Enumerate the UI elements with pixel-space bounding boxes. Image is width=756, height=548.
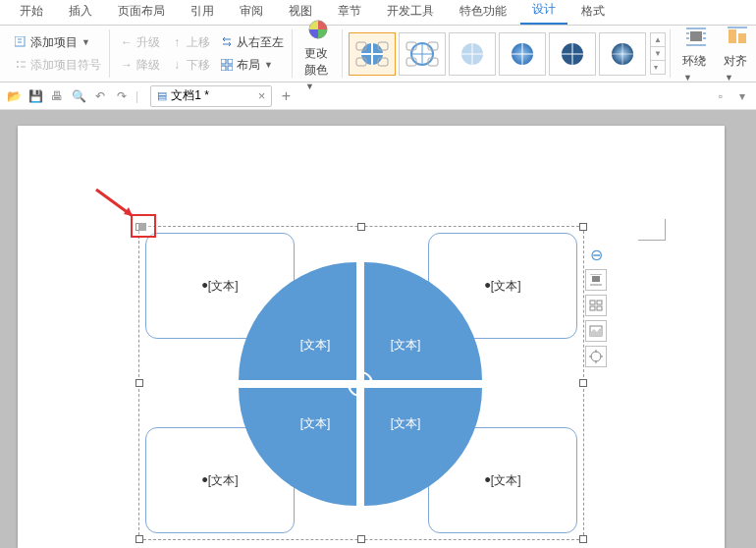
ribbon-group-level: ←升级 ↑上移 从右至左 →降级 ↓下移 布局▼ [112, 29, 293, 78]
tab-format[interactable]: 格式 [569, 0, 617, 25]
tab-special[interactable]: 特色功能 [448, 0, 518, 25]
ribbon-group-items: 添加项目▼ 添加项目符号 [6, 29, 110, 78]
tab-start[interactable]: 开始 [8, 0, 55, 25]
wrap-button[interactable]: 环绕▼ [676, 22, 716, 85]
qat-open-icon[interactable]: 📂 [6, 88, 22, 104]
qat-undo-icon[interactable]: ↶ [92, 88, 108, 104]
tab-view[interactable]: 视图 [277, 0, 324, 25]
movedown-button[interactable]: ↓下移 [166, 55, 214, 76]
demote-button[interactable]: →降级 [116, 55, 164, 76]
add-item-button[interactable]: 添加项目▼ [10, 32, 105, 53]
arrow-down-icon: ↓ [170, 58, 184, 72]
text-placeholder: [文本] [300, 337, 331, 354]
resize-handle[interactable] [135, 535, 143, 543]
panel-style-button[interactable] [585, 346, 607, 367]
tab-dev[interactable]: 开发工具 [375, 0, 446, 25]
tab-layout[interactable]: 页面布局 [106, 0, 177, 25]
tab-design[interactable]: 设计 [520, 0, 567, 25]
change-color-button[interactable]: 更改颜色▼ [298, 14, 338, 94]
svg-rect-38 [690, 31, 702, 41]
style-4[interactable] [499, 32, 546, 76]
panel-minus-button[interactable]: ⊖ [585, 244, 607, 265]
resize-handle[interactable] [579, 223, 587, 231]
style-1[interactable] [349, 32, 396, 76]
layout-icon [220, 58, 234, 72]
dropdown-icon: ▼ [81, 37, 90, 47]
style-5[interactable] [549, 32, 596, 76]
text-placeholder: [文本] [491, 278, 521, 295]
canvas-area: • [文本] • [文本] • [文本] • [文本] [文本] [文本] [文… [0, 110, 756, 548]
dropdown-icon: ▼ [264, 60, 273, 70]
gallery-more-button[interactable]: ▾ [651, 61, 665, 74]
new-tab-button[interactable]: + [278, 88, 294, 104]
resize-handle[interactable] [135, 379, 143, 387]
text-placeholder: [文本] [491, 472, 521, 489]
svg-rect-62 [597, 306, 602, 310]
document-tab[interactable]: ▤文档1 * × [150, 85, 272, 107]
align-button[interactable]: 对齐▼ [718, 22, 756, 85]
qat-close-icon[interactable]: ▾ [734, 88, 750, 104]
resize-handle[interactable] [357, 223, 365, 231]
align-icon [724, 24, 751, 51]
moveup-button[interactable]: ↑上移 [166, 32, 214, 53]
qat-preview-icon[interactable]: 🔍 [71, 88, 86, 104]
svg-rect-60 [597, 301, 602, 304]
add-item-icon [14, 35, 27, 49]
tab-chapter[interactable]: 章节 [326, 0, 373, 25]
resize-handle[interactable] [579, 535, 587, 543]
layout-label: 布局 [237, 57, 260, 74]
doc-icon: ▤ [157, 89, 167, 102]
panel-layout-button[interactable] [585, 269, 607, 291]
page-corner-mark [638, 219, 666, 241]
change-color-label: 更改颜色 [304, 46, 328, 77]
gallery-down-button[interactable]: ▼ [651, 47, 665, 61]
promote-button[interactable]: ←升级 [116, 32, 164, 53]
svg-rect-7 [221, 59, 226, 64]
svg-rect-45 [729, 29, 736, 43]
style-3[interactable] [449, 32, 496, 76]
tab-ref[interactable]: 引用 [179, 0, 226, 25]
style-gallery [349, 32, 646, 76]
resize-handle[interactable] [579, 379, 587, 387]
document-page[interactable]: • [文本] • [文本] • [文本] • [文本] [文本] [文本] [文… [18, 126, 725, 548]
bullet-icon [14, 58, 27, 72]
rtl-button[interactable]: 从右至左 [216, 32, 288, 53]
ribbon-group-arrange: 环绕▼ 对齐▼ 选择窗格 [673, 29, 756, 78]
tab-insert[interactable]: 插入 [57, 0, 104, 25]
close-tab-icon[interactable]: × [258, 88, 266, 103]
qat-print-icon[interactable]: 🖶 [49, 88, 65, 104]
quad-bl[interactable]: [文本] [239, 388, 356, 506]
arrow-up-icon: ↑ [170, 35, 184, 49]
text-placeholder: [文本] [391, 337, 421, 354]
qat-save-icon[interactable]: 💾 [27, 88, 43, 104]
text-placeholder: [文本] [300, 415, 331, 432]
panel-nav-button[interactable] [585, 295, 607, 316]
gallery-up-button[interactable]: ▲ [651, 33, 665, 47]
quad-br[interactable]: [文本] [364, 388, 482, 506]
quick-access-bar: 📂 💾 🖶 🔍 ↶ ↷ | ▤文档1 * × + ▫ ▾ [0, 82, 756, 110]
rtl-label: 从右至左 [237, 34, 284, 51]
svg-point-5 [17, 66, 19, 68]
tab-review[interactable]: 审阅 [228, 0, 275, 25]
ribbon: 添加项目▼ 添加项目符号 ←升级 ↑上移 从右至左 →降级 ↓下移 布局▼ 更改… [0, 26, 756, 82]
smartart-circle: [文本] [文本] [文本] [文本] [239, 262, 482, 506]
text-placeholder: [文本] [208, 278, 239, 295]
smartart-selection[interactable]: • [文本] • [文本] • [文本] • [文本] [文本] [文本] [文… [138, 226, 584, 540]
quad-tr[interactable]: [文本] [364, 262, 482, 380]
demote-icon: → [120, 58, 134, 72]
svg-rect-59 [590, 301, 595, 304]
panel-color-button[interactable] [585, 320, 607, 342]
qat-overflow-icon[interactable]: ▫ [713, 88, 729, 104]
ribbon-tabs: 开始 插入 页面布局 引用 审阅 视图 章节 开发工具 特色功能 设计 格式 [0, 0, 756, 26]
add-bullet-button[interactable]: 添加项目符号 [10, 55, 105, 76]
add-item-label: 添加项目 [30, 34, 78, 51]
qat-redo-icon[interactable]: ↷ [114, 88, 130, 104]
style-6[interactable] [599, 32, 646, 76]
quad-tl[interactable]: [文本] [239, 262, 356, 380]
wrap-label: 环绕 [682, 54, 706, 68]
cycle-icon [341, 364, 380, 404]
svg-rect-8 [228, 59, 233, 64]
style-2[interactable] [399, 32, 446, 76]
resize-handle[interactable] [357, 535, 365, 543]
layout-button[interactable]: 布局▼ [216, 55, 277, 76]
